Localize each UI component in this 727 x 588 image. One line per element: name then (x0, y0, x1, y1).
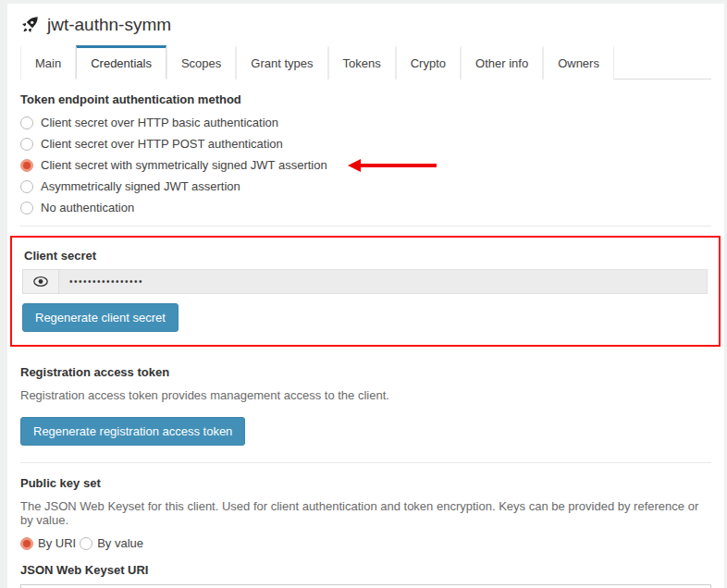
tab-scopes[interactable]: Scopes (166, 45, 236, 80)
radio-option-by-uri[interactable]: By URI (20, 536, 76, 550)
tab-other-info[interactable]: Other info (461, 45, 543, 80)
regenerate-registration-token-button[interactable]: Regenerate registration access token (20, 417, 245, 446)
section-divider (20, 226, 711, 227)
page-title: jwt-authn-symm (47, 15, 171, 35)
jwks-uri-label: JSON Web Keyset URI (20, 563, 711, 577)
jwks-uri-input[interactable] (20, 584, 711, 588)
radio-option-jwt-asymmetric[interactable]: Asymmetrically signed JWT assertion (20, 179, 711, 193)
rocket-icon (20, 16, 39, 34)
radio-label: Client secret over HTTP basic authentica… (41, 116, 278, 129)
radio-label: By URI (38, 536, 76, 550)
client-secret-heading: Client secret (24, 249, 708, 263)
public-key-set-heading: Public key set (20, 476, 711, 490)
radio-option-secret-post[interactable]: Client secret over HTTP POST authenticat… (20, 137, 711, 151)
auth-method-heading: Token endpoint authentication method (20, 92, 711, 106)
client-secret-highlight-box: Client secret •••••••••••••••• Regenerat… (10, 236, 721, 347)
section-divider (20, 462, 711, 463)
registration-token-description: Registration access token provides manag… (20, 388, 711, 402)
radio-icon[interactable] (20, 138, 33, 151)
radio-option-secret-basic[interactable]: Client secret over HTTP basic authentica… (20, 116, 711, 129)
regenerate-client-secret-button[interactable]: Regenerate client secret (22, 303, 179, 332)
reveal-secret-button[interactable] (22, 269, 59, 294)
tab-credentials[interactable]: Credentials (76, 45, 166, 80)
tab-owners[interactable]: Owners (543, 45, 614, 80)
radio-option-secret-jwt-symmetric[interactable]: Client secret with symmetrically signed … (20, 158, 711, 172)
client-settings-page: jwt-authn-symm Main Credentials Scopes G… (7, 4, 724, 588)
radio-icon[interactable] (20, 116, 33, 129)
radio-label: No authentication (41, 201, 134, 214)
page-header: jwt-authn-symm (20, 11, 711, 44)
tab-grant-types[interactable]: Grant types (236, 45, 327, 80)
annotation-arrow-left-icon (348, 159, 437, 172)
radio-icon-selected[interactable] (20, 537, 33, 550)
radio-icon[interactable] (80, 537, 92, 550)
public-key-set-description: The JSON Web Keyset for this client. Use… (20, 499, 711, 527)
radio-label: Client secret over HTTP POST authenticat… (41, 137, 283, 151)
radio-label: By value (97, 536, 143, 550)
client-secret-input-group: •••••••••••••••• (22, 269, 708, 294)
keyset-source-radio-group: By URI By value (20, 536, 711, 550)
eye-icon (33, 276, 48, 287)
radio-icon[interactable] (20, 202, 33, 214)
radio-label: Asymmetrically signed JWT assertion (41, 179, 240, 193)
client-secret-masked-field[interactable]: •••••••••••••••• (59, 269, 708, 294)
radio-option-by-value[interactable]: By value (80, 536, 143, 550)
radio-label: Client secret with symmetrically signed … (41, 158, 327, 172)
tab-crypto[interactable]: Crypto (396, 45, 461, 80)
tab-bar: Main Credentials Scopes Grant types Toke… (20, 44, 711, 80)
tab-main[interactable]: Main (20, 45, 76, 80)
tab-tokens[interactable]: Tokens (328, 45, 396, 80)
radio-icon-selected[interactable] (20, 159, 33, 172)
registration-token-heading: Registration access token (20, 365, 711, 379)
radio-option-no-auth[interactable]: No authentication (20, 201, 711, 214)
radio-icon[interactable] (20, 180, 33, 193)
